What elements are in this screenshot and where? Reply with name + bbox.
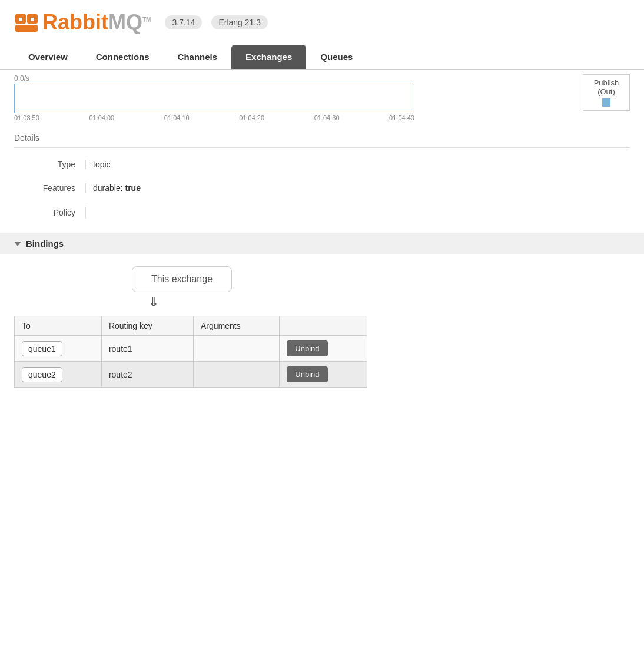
features-val: true: [125, 183, 140, 193]
svg-rect-4: [31, 18, 34, 21]
detail-features-row: Features durable: true: [26, 178, 630, 197]
xaxis-label-2: 01:04:10: [164, 114, 190, 121]
xaxis-label-4: 01:04:30: [314, 114, 340, 121]
table-row: queue2 route2 Unbind: [15, 362, 367, 388]
bindings-section: Bindings This exchange ⇓ To Routing key …: [0, 228, 644, 404]
nav-exchanges[interactable]: Exchanges: [231, 45, 306, 69]
chart-xaxis: 01:03:50 01:04:00 01:04:10 01:04:20 01:0…: [14, 114, 414, 121]
policy-label: Policy: [26, 208, 85, 217]
nav-connections[interactable]: Connections: [82, 45, 164, 69]
chart-yaxis: 0.0/s: [14, 74, 573, 82]
xaxis-label-5: 01:04:40: [389, 114, 414, 121]
erlang-badge: Erlang 21.3: [211, 15, 268, 29]
policy-value: [85, 207, 93, 219]
bindings-table: To Routing key Arguments queue1 route1 U…: [14, 316, 367, 388]
type-value: topic: [85, 160, 111, 169]
details-title: Details: [14, 133, 630, 143]
details-section: Details Type topic Features durable: tru…: [0, 124, 644, 228]
xaxis-label-0: 01:03:50: [14, 114, 39, 121]
unbind-button-0[interactable]: Unbind: [287, 340, 327, 356]
version-badge: 3.7.14: [165, 15, 202, 29]
main-nav: Overview Connections Channels Exchanges …: [0, 45, 644, 70]
header: RabbitMQTM 3.7.14 Erlang 21.3: [0, 0, 644, 45]
to-cell-1: queue2: [15, 362, 102, 388]
col-routing-key: Routing key: [101, 316, 193, 336]
chart-left: 0.0/s 01:03:50 01:04:00 01:04:10 01:04:2…: [14, 74, 573, 121]
features-value: durable: true: [85, 183, 141, 193]
svg-rect-3: [19, 18, 22, 21]
col-arguments: Arguments: [194, 316, 280, 336]
col-action: [280, 316, 367, 336]
arguments-cell-0: [194, 336, 280, 362]
bindings-title: Bindings: [26, 239, 64, 249]
xaxis-label-3: 01:04:20: [239, 114, 264, 121]
queue-box-1: queue2: [22, 367, 62, 382]
nav-overview[interactable]: Overview: [14, 45, 82, 69]
svg-rect-2: [15, 25, 38, 32]
legend-label: Publish(Out): [594, 78, 619, 96]
features-label: Features: [26, 183, 85, 193]
chart-container: [14, 84, 414, 113]
chart-area: 0.0/s 01:03:50 01:04:00 01:04:10 01:04:2…: [0, 70, 644, 124]
bindings-content: This exchange ⇓ To Routing key Arguments…: [0, 254, 644, 399]
down-arrow-icon: ⇓: [148, 296, 159, 309]
routing-key-cell-1: route2: [101, 362, 193, 388]
exchange-box: This exchange: [132, 266, 232, 292]
type-label: Type: [26, 160, 85, 169]
routing-key-cell-0: route1: [101, 336, 193, 362]
nav-channels[interactable]: Channels: [164, 45, 232, 69]
table-row: queue1 route1 Unbind: [15, 336, 367, 362]
collapse-icon[interactable]: [14, 242, 21, 246]
nav-queues[interactable]: Queues: [306, 45, 367, 69]
action-cell-0: Unbind: [280, 336, 367, 362]
xaxis-label-1: 01:04:00: [89, 114, 114, 121]
queue-box-0: queue1: [22, 341, 62, 356]
detail-policy-row: Policy: [26, 202, 630, 223]
chart-legend: Publish(Out): [583, 74, 630, 111]
logo: RabbitMQTM: [14, 9, 151, 35]
to-cell-0: queue1: [15, 336, 102, 362]
arguments-cell-1: [194, 362, 280, 388]
unbind-button-1[interactable]: Unbind: [287, 366, 327, 382]
exchange-box-wrapper: This exchange ⇓: [132, 266, 630, 309]
col-to: To: [15, 316, 102, 336]
legend-color-box: [602, 98, 610, 107]
rabbitmq-logo-icon: [14, 9, 40, 35]
logo-text: RabbitMQTM: [42, 10, 151, 35]
action-cell-1: Unbind: [280, 362, 367, 388]
features-key: durable:: [93, 183, 123, 193]
detail-type-row: Type topic: [26, 155, 630, 174]
bindings-header[interactable]: Bindings: [0, 233, 644, 254]
details-divider: [14, 147, 630, 148]
